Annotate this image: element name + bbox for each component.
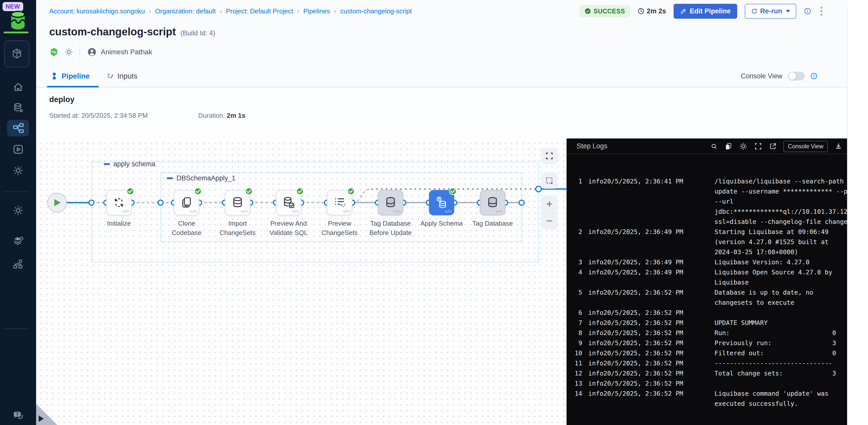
clock-icon [638, 7, 645, 15]
rerun-button[interactable]: Re-run [745, 4, 796, 19]
breadcrumb: Account: kurosakiichigo.songoku Organiza… [49, 7, 412, 15]
step-node-import-changesets[interactable]: </> [225, 190, 250, 215]
log-message: Liquibase command 'update' was executed … [714, 389, 847, 409]
started-at-label: Started at: [49, 112, 80, 119]
edit-pipeline-button[interactable]: Edit Pipeline [674, 4, 737, 19]
duration-label: Duration: [198, 112, 225, 119]
pipeline-settings-gear-icon[interactable] [64, 48, 73, 57]
page-scroll-gutter[interactable] [847, 7, 868, 425]
console-view-info-icon[interactable] [810, 72, 818, 80]
log-search-icon[interactable] [710, 142, 718, 150]
console-view-label: Console View [741, 72, 782, 80]
step-success-badge [296, 188, 304, 195]
log-level: info [588, 318, 603, 328]
log-message: Liquibase Version: 4.27.0 [714, 257, 847, 267]
sidebar-item-databases[interactable] [0, 99, 36, 117]
author-name: Animesh Pathak [101, 48, 152, 56]
breadcrumb-link[interactable]: Account: kurosakiichigo.songoku [49, 7, 145, 15]
execution-duration: 2m 2s [638, 7, 666, 15]
log-download-icon[interactable] [834, 142, 842, 150]
sidebar-item-org-structure[interactable] [0, 255, 36, 273]
chevron-down-icon [786, 10, 790, 12]
initialize-refresh-icon [112, 196, 125, 209]
step-node-preview-validate-sql[interactable]: </> [276, 190, 301, 215]
database-icon [231, 196, 244, 209]
log-level: info [588, 176, 603, 187]
log-row: 8 info 20/5/2025, 2:36:52 PM Run: 0 [566, 328, 847, 338]
left-nav-sidebar: NEW [0, 0, 36, 425]
log-line-number: 10 [566, 348, 582, 358]
step-label: Tag Database Before Update [362, 219, 419, 237]
log-row: 3 info 20/5/2025, 2:36:49 PM Liquibase V… [566, 257, 847, 267]
step-success-badge [347, 188, 355, 195]
log-line-number: 8 [566, 328, 582, 338]
log-open-external-icon[interactable] [769, 142, 777, 150]
build-id: (Build Id: 4) [181, 29, 215, 37]
step-node-preview-changesets[interactable]: </> </> [327, 190, 352, 215]
zoom-out-button[interactable]: − [546, 216, 553, 226]
log-timestamp: 20/5/2025, 2:36:52 PM [603, 358, 687, 368]
step-node-tag-database[interactable]: </> [480, 190, 505, 215]
run-info-icon[interactable] [804, 7, 811, 15]
database-icon [486, 196, 499, 209]
step-node-initialize[interactable]: </> [106, 190, 131, 215]
step-node-tag-database-before-update[interactable]: </> [378, 190, 403, 215]
log-message: ------------------------------- [714, 358, 847, 368]
zoom-in-button[interactable]: + [546, 199, 553, 209]
console-view-toggle[interactable] [788, 72, 805, 80]
tab-inputs[interactable]: Inputs [106, 65, 137, 87]
log-console-view-button[interactable]: Console View [783, 141, 828, 152]
log-timestamp: 20/5/2025, 2:36:52 PM [603, 328, 687, 338]
sidebar-item-project-settings[interactable] [0, 202, 36, 219]
step-node-apply-schema[interactable]: </> [429, 190, 454, 215]
sidebar-item-settings[interactable] [0, 162, 36, 179]
log-message: Database is up to date, no changesets to… [714, 287, 847, 308]
step-label: Preview And Validate SQL [260, 219, 317, 237]
log-copy-icon[interactable] [724, 142, 733, 150]
sidebar-item-default-settings[interactable] [0, 232, 36, 250]
log-settings-gear-icon[interactable] [739, 142, 748, 150]
database-icon [384, 196, 397, 209]
sidebar-divider-1 [3, 192, 29, 192]
pipeline-canvas[interactable]: apply schema DBSchemaApply_1 [36, 139, 566, 425]
help-chat-icon[interactable]: ? [0, 407, 36, 425]
log-level: info [588, 287, 603, 298]
log-row: 2 info 20/5/2025, 2:36:49 PM Starting Li… [566, 227, 847, 257]
canvas-fullscreen-button[interactable] [541, 148, 557, 164]
step-logs-header: Step Logs Console View [566, 139, 847, 154]
log-level: info [588, 328, 603, 338]
breadcrumb-link[interactable]: Project: Default Project [226, 7, 293, 15]
rerun-refresh-icon [751, 8, 758, 15]
log-line-number: 9 [566, 338, 582, 348]
canvas-select-marquee-button[interactable] [541, 173, 557, 189]
log-timestamp: 20/5/2025, 2:36:49 PM [603, 227, 687, 237]
log-message: Starting Liquibase at 09:06:49 (version … [714, 227, 847, 257]
sidebar-item-home[interactable] [0, 78, 36, 96]
step-label: Preview ChangeSets [311, 219, 368, 237]
expand-triangle-icon[interactable] [39, 416, 44, 422]
log-row: 12 info 20/5/2025, 2:36:52 PM Total chan… [566, 368, 847, 378]
step-node-clone-codebase[interactable]: </> [174, 190, 199, 215]
pipeline-tab-icon [51, 72, 58, 80]
log-timestamp: 20/5/2025, 2:36:52 PM [603, 389, 687, 399]
step-label: Clone Codebase [158, 219, 215, 237]
log-level: info [588, 389, 603, 399]
step-logs-panel: Step Logs Console View 1 info 20/5/2025,… [566, 139, 847, 425]
breadcrumb-link[interactable]: Pipelines [304, 7, 330, 15]
log-row: 9 info 20/5/2025, 2:36:52 PM Previously … [566, 338, 847, 348]
apply-schema-icon [435, 196, 448, 209]
avatar [87, 47, 97, 57]
tab-pipeline[interactable]: Pipeline [51, 65, 90, 87]
module-switcher-button[interactable] [4, 40, 30, 67]
breadcrumb-link[interactable]: Organization: default [155, 7, 216, 15]
log-timestamp: 20/5/2025, 2:36:49 PM [603, 257, 687, 267]
sidebar-item-pipelines-active[interactable] [7, 120, 29, 137]
log-level: info [588, 308, 603, 318]
log-fullscreen-icon[interactable] [754, 142, 762, 150]
more-options-icon[interactable] [819, 5, 824, 17]
sidebar-item-executions[interactable] [0, 141, 36, 158]
breadcrumb-link[interactable]: custom-changelog-script [340, 7, 412, 15]
database-devops-module-logo[interactable] [7, 10, 28, 30]
step-label: Apply Schema [413, 219, 470, 228]
stage-info-strip: deploy Started at: 20/5/2025, 2:34:58 PM… [36, 87, 847, 139]
